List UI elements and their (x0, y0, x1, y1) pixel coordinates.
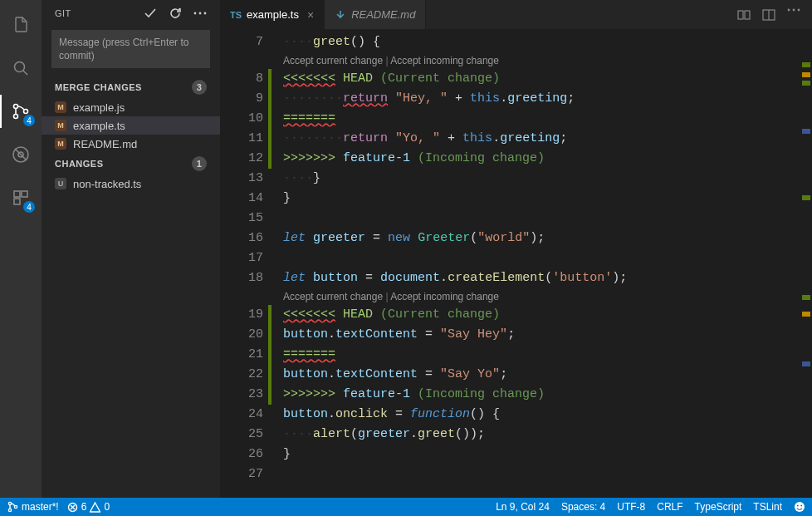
branch-name: master*! (22, 501, 59, 513)
tab-readme-md[interactable]: README.md (325, 0, 426, 29)
extensions-icon[interactable]: 4 (0, 181, 42, 214)
codelens-accept-current[interactable]: Accept current change (283, 291, 383, 302)
file-name: example.js (73, 101, 125, 114)
compare-icon[interactable] (737, 8, 751, 22)
warning-count: 0 (104, 501, 110, 513)
section-title: MERGE CHANGES (55, 82, 142, 92)
eol-indicator[interactable]: CRLF (657, 501, 682, 513)
svg-point-18 (8, 502, 11, 504)
commit-message-input[interactable]: Message (press Ctrl+Enter to commit) (51, 30, 210, 68)
svg-point-0 (15, 62, 25, 72)
svg-rect-13 (745, 11, 750, 19)
refresh-icon[interactable] (169, 7, 182, 20)
svg-point-17 (798, 8, 800, 11)
language-mode[interactable]: TypeScript (695, 501, 742, 513)
more-icon[interactable] (193, 12, 207, 15)
tab-example-ts[interactable]: TS example.ts × (220, 0, 325, 29)
commit-check-icon[interactable] (144, 7, 157, 20)
svg-point-22 (795, 502, 805, 512)
tab-bar: TS example.ts × README.md (220, 0, 812, 29)
section-merge-changes[interactable]: MERGE CHANGES 3 (42, 76, 220, 98)
line-number-gutter: 7 8 9 10 11 12 13 14 15 16 17 18 19 20 2… (220, 29, 268, 498)
file-name: non-tracked.ts (73, 178, 141, 190)
overview-ruler[interactable] (800, 29, 812, 498)
indent-indicator[interactable]: Spaces: 4 (561, 501, 605, 513)
svg-rect-8 (14, 199, 20, 204)
scm-badge: 4 (23, 115, 35, 126)
section-title: CHANGES (55, 159, 104, 169)
split-editor-icon[interactable] (762, 8, 775, 22)
markdown-icon (335, 9, 346, 21)
file-row[interactable]: U non-tracked.ts (42, 174, 220, 193)
section-count: 1 (192, 156, 207, 171)
svg-point-15 (788, 8, 790, 11)
svg-point-11 (204, 12, 207, 15)
typescript-icon: TS (230, 10, 242, 20)
source-control-icon[interactable]: 4 (0, 95, 42, 128)
file-name: example.ts (73, 120, 125, 132)
svg-point-3 (24, 110, 28, 114)
problems-indicator[interactable]: 6 0 (67, 501, 110, 513)
extensions-badge: 4 (23, 201, 35, 213)
error-count: 6 (81, 501, 87, 513)
svg-point-24 (800, 505, 802, 507)
file-name: README.md (73, 138, 137, 150)
tslint-indicator[interactable]: TSLint (753, 501, 782, 513)
svg-point-16 (793, 8, 795, 11)
codelens-accept-current[interactable]: Accept current change (283, 55, 383, 66)
cursor-position[interactable]: Ln 9, Col 24 (496, 501, 550, 513)
tab-label: README.md (351, 8, 415, 21)
section-count: 3 (192, 80, 207, 95)
section-changes[interactable]: CHANGES 1 (42, 153, 220, 174)
codelens-accept-incoming[interactable]: Accept incoming change (390, 291, 499, 302)
status-badge-modified: M (55, 120, 66, 131)
encoding-indicator[interactable]: UTF-8 (617, 501, 645, 513)
sidebar-header: GIT (42, 0, 220, 27)
sidebar: GIT Message (press Ctrl+Enter to commit)… (42, 0, 220, 498)
svg-point-20 (14, 505, 17, 508)
status-badge-modified: M (55, 101, 66, 113)
svg-rect-7 (22, 191, 27, 197)
explorer-icon[interactable] (0, 8, 42, 42)
status-badge-modified: M (55, 138, 66, 150)
status-badge-untracked: U (55, 178, 66, 189)
editor-area: TS example.ts × README.md 7 8 9 (220, 0, 812, 498)
svg-point-1 (14, 105, 18, 109)
svg-point-19 (8, 509, 11, 511)
close-icon[interactable]: × (307, 8, 314, 22)
svg-point-2 (14, 115, 18, 119)
feedback-smiley-icon[interactable] (794, 501, 805, 513)
svg-point-10 (199, 12, 202, 15)
status-bar: master*! 6 0 Ln 9, Col 24 Spaces: 4 UTF-… (0, 498, 812, 516)
codelens-accept-incoming[interactable]: Accept incoming change (390, 55, 499, 66)
file-row[interactable]: M example.js (42, 98, 220, 116)
file-row[interactable]: M example.ts (42, 116, 220, 135)
search-icon[interactable] (0, 52, 42, 85)
svg-point-9 (194, 12, 197, 15)
file-row[interactable]: M README.md (42, 135, 220, 153)
debug-icon[interactable] (0, 138, 42, 171)
more-icon[interactable] (787, 8, 800, 22)
tab-actions (737, 8, 812, 22)
svg-point-23 (797, 505, 799, 507)
svg-rect-12 (738, 11, 743, 19)
code-editor[interactable]: 7 8 9 10 11 12 13 14 15 16 17 18 19 20 2… (220, 29, 812, 498)
sidebar-title: GIT (55, 8, 132, 18)
tab-label: example.ts (247, 8, 299, 21)
activity-bar: 4 4 (0, 0, 42, 498)
svg-rect-6 (14, 191, 20, 197)
code-content[interactable]: ····greet() { Accept current change | Ac… (273, 29, 800, 498)
branch-indicator[interactable]: master*! (7, 501, 59, 513)
